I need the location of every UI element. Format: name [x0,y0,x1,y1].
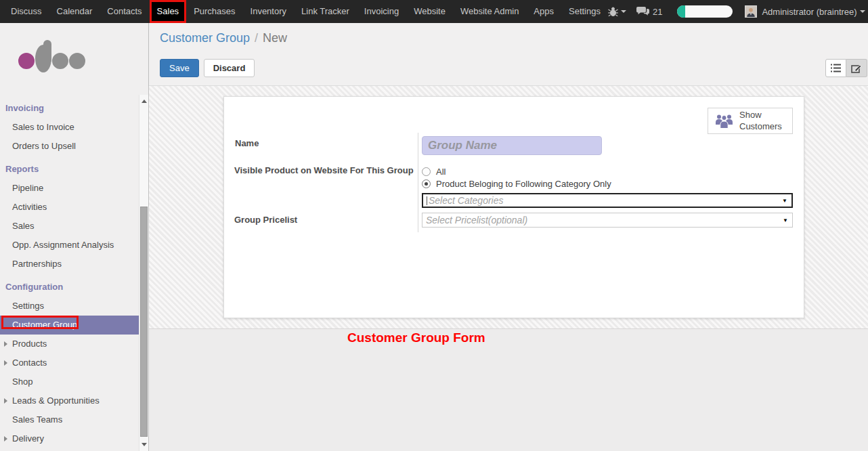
categories-select[interactable]: Select Categories ▼ [422,193,793,208]
sidebar-item-products[interactable]: Products [0,335,139,353]
sidebar-item-partnerships[interactable]: Partnerships [0,255,139,274]
pricelist-select[interactable]: Select Pricelist(optional) ▼ [422,213,793,228]
topbar-menu-website[interactable]: Website [406,0,453,23]
user-menu[interactable]: Administrator (braintree) [762,7,856,17]
group-name-input[interactable] [422,136,602,155]
radio-option-product-beloging-to-following-category-only[interactable]: Product Beloging to Following Category O… [422,177,611,190]
sidebar-item-shop[interactable]: Shop [0,372,139,391]
radio-label: Product Beloging to Following Category O… [436,179,611,189]
expand-caret-icon [4,398,7,404]
sidebar-item-contacts[interactable]: Contacts [0,353,139,372]
debug-caret-icon[interactable] [621,10,626,13]
sidebar-section-invoicing: Invoicing [0,99,139,118]
dropdown-caret-icon: ▼ [782,198,787,204]
sidebar-item-label: Sales to Invoice [12,122,74,132]
control-panel: Customer Group/New Save Discard [149,23,868,86]
topbar-menu-website-admin[interactable]: Website Admin [453,0,526,23]
topbar-menu-purchases[interactable]: Purchases [186,0,242,23]
sidebar-item-label: Contacts [12,358,47,368]
sidebar-item-pipeline[interactable]: Pipeline [0,179,139,198]
topbar-menu-sales[interactable]: Sales [150,0,187,23]
sidebar-scrollbar[interactable] [139,95,148,451]
dropdown-caret-icon: ▼ [783,217,788,223]
topbar: DiscussCalendarContactsSalesPurchasesInv… [0,0,868,23]
scroll-up-icon[interactable] [142,100,147,103]
logo-o3 [69,53,85,69]
sidebar-item-settings[interactable]: Settings [0,297,139,316]
planner-progressbar[interactable] [677,5,733,18]
save-button[interactable]: Save [160,59,199,77]
sidebar-item-sales-to-invoice[interactable]: Sales to Invoice [0,118,139,137]
sidebar-item-label: Pipeline [12,183,43,193]
breadcrumb-new: New [263,31,287,45]
breadcrumb: Customer Group/New [160,31,287,45]
sidebar-item-label: Sales Teams [12,414,62,425]
radio-option-all[interactable]: All [422,165,611,177]
topbar-menu-calendar[interactable]: Calendar [49,0,100,23]
radio-button[interactable] [422,167,431,176]
breadcrumb-separator: / [255,31,258,45]
logo-area [0,23,148,95]
radio-button[interactable] [422,179,431,188]
pricelist-placeholder: Select Pricelist(optional) [426,215,527,226]
topbar-menu-inventory[interactable]: Inventory [243,0,294,23]
sidebar: InvoicingSales to InvoiceOrders to Upsel… [0,23,149,451]
user-menu-caret-icon[interactable] [860,10,865,13]
topbar-menu-apps[interactable]: Apps [526,0,561,23]
sidebar-item-label: Settings [12,301,44,311]
topbar-menu-contacts[interactable]: Contacts [100,0,149,23]
sidebar-item-sales[interactable]: Sales [0,217,139,236]
sidebar-item-label: Customer Group [12,320,77,330]
bottom-area: Customer Group Form [149,329,868,451]
sidebar-item-customer-group[interactable]: Customer Group [0,316,139,335]
sidebar-item-opp-assignment-analysis[interactable]: Opp. Assignment Analysis [0,236,139,255]
topbar-menu-link-tracker[interactable]: Link Tracker [294,0,357,23]
odoo-backend-page: { "topbar": { "menus": ["Discuss","Calen… [0,0,868,451]
expand-caret-icon [4,360,7,366]
messages-icon[interactable] [636,6,650,17]
visibility-label: Visible Product on Website For This Grou… [234,165,414,175]
edit-pencil-icon [851,64,862,73]
sidebar-section-configuration: Configuration [0,278,139,297]
radio-label: All [436,167,446,177]
expand-caret-icon [4,341,7,347]
customers-group-icon [715,113,733,129]
sidebar-item-label: Sales [12,221,35,231]
message-count-badge[interactable]: 21 [653,7,662,17]
show-customers-button[interactable]: Show Customers [708,108,793,134]
discard-button[interactable]: Discard [204,59,255,77]
sidebar-item-activities[interactable]: Activities [0,198,139,217]
list-view-button[interactable] [825,59,846,77]
topbar-menu-list: DiscussCalendarContactsSalesPurchasesInv… [0,0,608,23]
topbar-menu-settings[interactable]: Settings [561,0,608,23]
view-switcher [825,59,867,77]
planner-progress-fill [677,5,685,18]
sidebar-item-label: Delivery [12,433,44,444]
sidebar-item-leads-opportunities[interactable]: Leads & Opportunities [0,391,139,410]
breadcrumb-customer-group[interactable]: Customer Group [160,31,250,45]
sidebar-item-label: Shop [12,377,32,387]
logo-o2 [52,53,68,69]
button-row: Save Discard [160,59,255,77]
list-icon [831,64,841,72]
annotation-caption: Customer Group Form [347,330,485,345]
expand-caret-icon [4,436,7,442]
user-avatar[interactable] [745,5,757,18]
customer-group-form: Show Customers Name Visible Product on W… [223,96,804,318]
sidebar-item-label: Activities [12,202,47,212]
sidebar-item-label: Leads & Opportunities [12,395,100,406]
sidebar-item-orders-to-upsell[interactable]: Orders to Upsell [0,137,139,156]
odoo-logo [18,53,85,69]
topbar-menu-discuss[interactable]: Discuss [3,0,49,23]
sidebar-item-delivery[interactable]: Delivery [0,429,139,448]
sidebar-item-sales-teams[interactable]: Sales Teams [0,410,139,429]
form-view-button[interactable] [846,59,867,77]
sidebar-item-label: Opp. Assignment Analysis [12,240,114,250]
text-cursor [427,196,427,205]
logo-d [35,53,51,69]
scrollbar-thumb[interactable] [140,207,148,437]
debug-bug-icon[interactable] [608,7,618,17]
scroll-down-icon[interactable] [142,443,147,446]
sidebar-item-label: Orders to Upsell [12,141,76,151]
topbar-menu-invoicing[interactable]: Invoicing [357,0,406,23]
